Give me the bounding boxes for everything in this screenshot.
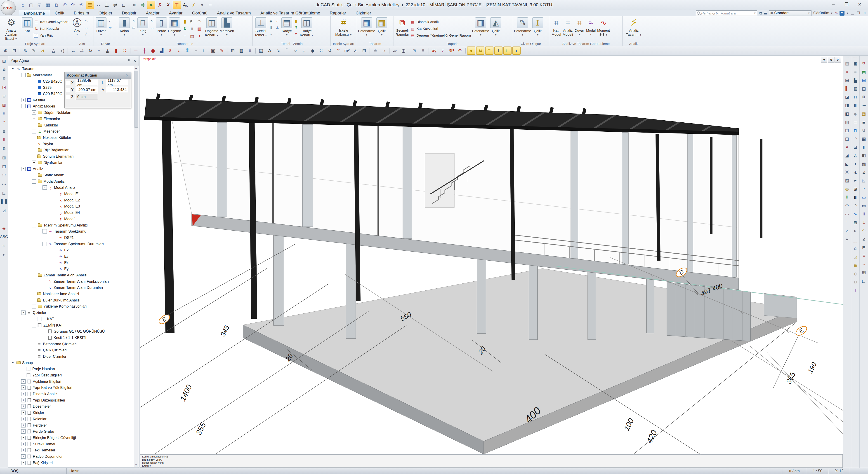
tool-icon[interactable]: ◭ [852, 152, 859, 159]
tool-icon[interactable]: ▤ [189, 33, 195, 39]
tool-icon[interactable]: ≡ [207, 1, 214, 9]
tool-icon[interactable]: ⧉ [860, 127, 868, 134]
radye-kenari-button[interactable]: ◫ Radye Kenarı ▼ [300, 18, 313, 37]
tool-icon[interactable]: ◧ [860, 152, 868, 159]
tool-icon[interactable]: ◰ [843, 127, 850, 134]
tree-item[interactable]: ∿Ey [8, 253, 134, 260]
tool-icon[interactable]: ∟ [503, 46, 512, 55]
tree-item[interactable]: ∿DSF1 [8, 235, 134, 241]
tool-icon[interactable]: ✗ [843, 144, 850, 150]
menu-tab-ara-lar[interactable]: Araçlar [141, 10, 164, 16]
tool-icon[interactable]: ✗ [156, 1, 164, 9]
tool-icon[interactable]: ◱ [843, 135, 850, 142]
tool-icon[interactable]: ⌐ [182, 33, 188, 39]
tool-icon[interactable]: ✎ [22, 47, 29, 55]
tool-icon[interactable]: ▦ [843, 60, 850, 67]
tool-icon[interactable]: ⌗ [130, 1, 138, 9]
tool-icon[interactable]: ⧉ [860, 94, 868, 101]
tree-item[interactable]: ∿Ex' [8, 260, 134, 266]
tool-icon[interactable]: ⌗ [1, 110, 7, 117]
tree-item[interactable]: ʒModal E4 [8, 209, 134, 216]
tool-icon[interactable]: ⌐ [293, 31, 299, 36]
tool-icon[interactable]: ? [335, 47, 342, 55]
tool-icon[interactable]: ⧉ [1, 145, 7, 152]
tool-icon[interactable]: ◺ [1, 190, 7, 196]
dinamik-analiz-raporu-button[interactable]: ▤ Dinamik Analiz [410, 19, 471, 25]
tool-icon[interactable]: ⇄ [112, 1, 119, 9]
chevron-down-icon[interactable]: ▼ [754, 12, 756, 14]
tree-item[interactable]: ≣Diğer Çizimler [8, 353, 134, 360]
status-units[interactable]: tf / cm [782, 468, 807, 474]
tool-icon[interactable]: ▥ [1, 154, 7, 161]
tool-icon[interactable]: ⧉ [53, 1, 60, 9]
tree-item[interactable]: +Yükleme Kombinasyonları [8, 303, 134, 310]
secmeli-raporlar-button[interactable]: ⧉ Seçmeli Raporlar [396, 18, 409, 37]
tool-icon[interactable]: xy [430, 47, 438, 55]
tool-icon[interactable]: ─ [132, 47, 140, 55]
tree-item[interactable]: Yapı Özet Bilgileri [8, 372, 134, 378]
restore-button[interactable]: ❐ [840, 0, 853, 8]
tool-icon[interactable]: ▦ [860, 269, 868, 276]
tool-icon[interactable]: ◉ [149, 47, 157, 55]
tool-icon[interactable]: ⧉ [1, 75, 7, 82]
tool-icon[interactable]: ◠ [852, 135, 859, 142]
tool-icon[interactable]: ⊥ [103, 1, 111, 9]
tree-item[interactable]: +Diyaframlar [8, 160, 134, 166]
tree-expander-icon[interactable]: + [21, 411, 26, 415]
tree-item[interactable]: Nonlineer İtme Analizi [8, 291, 134, 297]
tree-item[interactable]: −Sonuç [8, 360, 134, 366]
tree-item[interactable]: +Rijit Bağlantılar [8, 147, 134, 153]
tree-item[interactable]: +Dinamik Analiz [8, 391, 134, 397]
kat-kopyala-button[interactable]: ⇅ Kat Kopyala [34, 26, 68, 32]
tool-icon[interactable]: ◭ [104, 47, 112, 55]
tree-item[interactable]: ʒModal E2 [8, 197, 134, 203]
viewport-n-button[interactable]: N [828, 57, 834, 63]
tool-icon[interactable]: ? [1, 119, 7, 126]
tool-icon[interactable]: ∷ [121, 47, 129, 55]
kat-kuvvetleri-raporu-button[interactable]: ▤ Kat Kuvvetleri [410, 26, 471, 32]
tool-icon[interactable]: ∿ [149, 18, 155, 24]
tree-expander-icon[interactable]: + [21, 448, 26, 452]
tree-expander-icon[interactable]: − [11, 67, 15, 71]
tree-item[interactable]: +Kolonlar [8, 416, 134, 422]
tree-item[interactable]: −∿Tasarım Spektrumu Durumları [8, 241, 134, 247]
tool-icon[interactable]: ✎ [30, 47, 38, 55]
tool-icon[interactable]: ▤ [1, 57, 7, 64]
tree-expander-icon[interactable]: − [32, 223, 36, 227]
tree-expander-icon[interactable]: − [11, 361, 15, 365]
yari-rijit-checkbox[interactable]: ✓ Yarı Rijit [34, 32, 68, 39]
menu-tab--izimler[interactable]: Çizimler [351, 10, 376, 16]
y-lock-checkbox[interactable] [66, 88, 70, 92]
tree-expander-icon[interactable]: + [32, 148, 36, 152]
tool-icon[interactable]: ➤ [147, 1, 155, 9]
tool-icon[interactable]: ⇞ [419, 47, 427, 55]
scroll-down-icon[interactable]: ▼ [134, 463, 138, 467]
status-scale[interactable]: 1 : 50 [807, 468, 829, 474]
tree-expander-icon[interactable]: − [32, 273, 36, 277]
tree-expander-icon[interactable]: + [32, 129, 36, 133]
tool-icon[interactable]: ▌▐ [1, 198, 7, 205]
command-console[interactable]: Komut : move/taşı/m/taBaz noktayı verin.… [140, 454, 843, 468]
analiz-ayarlari-listesi-button[interactable]: ⚙ Analiz Ayarları listesi ▼ [2, 18, 21, 41]
tool-icon[interactable]: A₅ [182, 1, 189, 9]
tool-icon[interactable]: ↰ [411, 47, 418, 55]
tool-icon[interactable]: ◌ [300, 47, 308, 55]
tool-icon[interactable]: ▸ [852, 227, 859, 234]
menu-tab-analiz-ve-tasar-m[interactable]: Analiz ve Tasarım [212, 10, 256, 16]
tree-expander-icon[interactable]: + [21, 398, 26, 402]
cizim-celik-button[interactable]: I Çelik▼ [532, 18, 543, 37]
tool-icon[interactable]: A [266, 47, 274, 55]
tree-item[interactable]: −ʒModal Analiz [8, 184, 134, 191]
scrollbar-thumb[interactable] [134, 71, 138, 128]
tool-icon[interactable]: ≐ [843, 219, 850, 226]
tree-item[interactable]: +Yapı Düzensizlikleri [8, 397, 134, 403]
tool-icon[interactable]: ⊿ [39, 47, 46, 55]
tool-icon[interactable]: ▭ [852, 118, 859, 126]
tree-expander-icon[interactable]: + [32, 110, 36, 115]
tree-item[interactable]: ʒModal' [8, 216, 134, 222]
goruntuleme-duvar-button[interactable]: ⌗ Duvar▼ [574, 18, 585, 37]
tool-icon[interactable]: ⊡ [10, 47, 18, 55]
tool-icon[interactable]: ▤ [843, 77, 850, 84]
doseme-kenari-button[interactable]: ◫ Döşeme Kenarı ▼ [205, 18, 219, 37]
perde-button[interactable]: ▯ Perde▼ [156, 18, 167, 37]
